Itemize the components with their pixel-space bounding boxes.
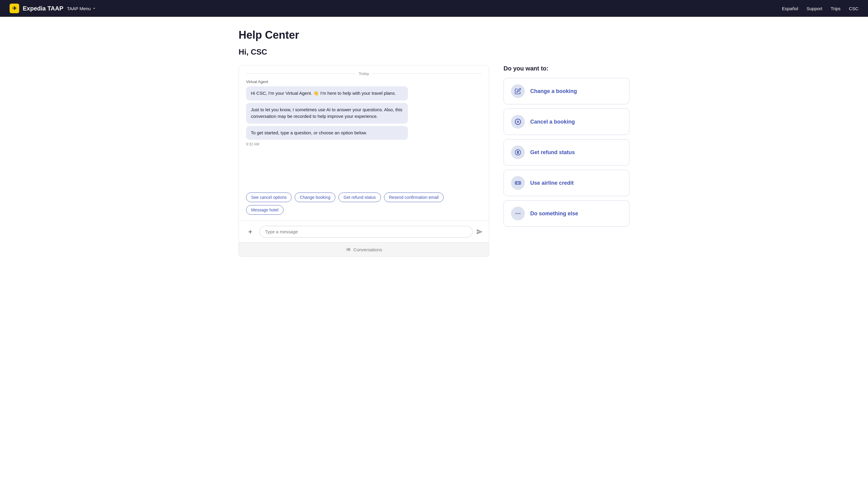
action-refund-status[interactable]: Get refund status bbox=[504, 139, 629, 166]
chat-send-button[interactable] bbox=[476, 229, 483, 235]
chat-date-divider: Today bbox=[239, 65, 489, 80]
do-you-want-heading: Do you want to: bbox=[504, 65, 629, 72]
send-icon bbox=[476, 229, 483, 235]
chat-option-change[interactable]: Change booking bbox=[295, 193, 335, 202]
chat-message-input[interactable] bbox=[259, 226, 473, 237]
chat-bubble-2: Just to let you know, I sometimes use AI… bbox=[246, 103, 408, 124]
conversations-icon bbox=[346, 247, 351, 252]
conversations-label: Conversations bbox=[353, 247, 382, 252]
svg-point-9 bbox=[517, 213, 518, 214]
action-airline-credit[interactable]: Use airline credit bbox=[504, 170, 629, 196]
chat-add-button[interactable]: + bbox=[245, 227, 256, 237]
chat-bubble-3: To get started, type a question, or choo… bbox=[246, 126, 408, 140]
chat-messages: Virtual Agent Hi CSC, I'm your Virtual A… bbox=[239, 80, 489, 193]
navbar-left: ✈ Expedia TAAP TAAP Menu bbox=[9, 4, 96, 13]
svg-point-10 bbox=[519, 213, 520, 214]
action-cancel-booking[interactable]: Cancel a booking bbox=[504, 109, 629, 135]
chat-window: Today Virtual Agent Hi CSC, I'm your Vir… bbox=[239, 65, 489, 221]
nav-espanol[interactable]: Español bbox=[782, 6, 798, 11]
action-change-booking[interactable]: Change a booking bbox=[504, 78, 629, 104]
chat-area: Today Virtual Agent Hi CSC, I'm your Vir… bbox=[239, 65, 489, 257]
something-else-label: Do something else bbox=[530, 211, 578, 217]
chat-option-cancel[interactable]: See cancel options bbox=[246, 193, 292, 202]
dollar-icon bbox=[515, 149, 521, 156]
chat-time: 9:32 AM bbox=[246, 142, 482, 146]
action-something-else[interactable]: Do something else bbox=[504, 200, 629, 227]
chat-option-refund[interactable]: Get refund status bbox=[338, 193, 381, 202]
page-content: Help Center Hi, CSC Today Virtual Agent … bbox=[224, 17, 644, 269]
expedia-logo-icon: ✈ bbox=[9, 4, 19, 13]
svg-point-8 bbox=[515, 213, 517, 214]
conversations-bar[interactable]: Conversations bbox=[239, 242, 489, 257]
chat-option-hotel[interactable]: Message hotel bbox=[246, 205, 284, 215]
dots-icon bbox=[515, 210, 521, 217]
chevron-down-icon bbox=[92, 6, 96, 10]
nav-csc[interactable]: CSC bbox=[849, 6, 859, 11]
refund-icon-bg bbox=[511, 146, 525, 159]
navbar-right: Español Support Trips CSC bbox=[782, 6, 859, 11]
page-greeting: Hi, CSC bbox=[239, 47, 629, 57]
airline-credit-label: Use airline credit bbox=[530, 180, 574, 186]
pencil-icon bbox=[515, 88, 521, 94]
nav-trips[interactable]: Trips bbox=[831, 6, 841, 11]
navbar: ✈ Expedia TAAP TAAP Menu Español Support… bbox=[0, 0, 868, 17]
cancel-booking-label: Cancel a booking bbox=[530, 119, 575, 125]
chat-agent-label: Virtual Agent bbox=[246, 80, 482, 84]
chat-options: See cancel options Change booking Get re… bbox=[239, 193, 489, 221]
chat-input-area: + bbox=[239, 221, 489, 242]
cancel-booking-icon-bg bbox=[511, 115, 525, 129]
airline-credit-icon-bg bbox=[511, 176, 525, 190]
change-booking-label: Change a booking bbox=[530, 88, 577, 94]
chat-option-resend[interactable]: Resend confirmation email bbox=[384, 193, 444, 202]
page-title: Help Center bbox=[239, 29, 629, 41]
ticket-icon bbox=[515, 180, 521, 186]
chat-bubble-1: Hi CSC, I'm your Virtual Agent. 👋 I'm he… bbox=[246, 86, 408, 101]
brand-name: Expedia TAAP bbox=[23, 5, 63, 12]
x-icon bbox=[515, 119, 521, 125]
right-panel: Do you want to: Change a booking bbox=[504, 65, 629, 231]
taap-menu-button[interactable]: TAAP Menu bbox=[67, 6, 96, 11]
main-layout: Today Virtual Agent Hi CSC, I'm your Vir… bbox=[239, 65, 629, 257]
something-else-icon-bg bbox=[511, 207, 525, 220]
change-booking-icon-bg bbox=[511, 84, 525, 98]
refund-status-label: Get refund status bbox=[530, 149, 575, 156]
nav-support[interactable]: Support bbox=[806, 6, 822, 11]
